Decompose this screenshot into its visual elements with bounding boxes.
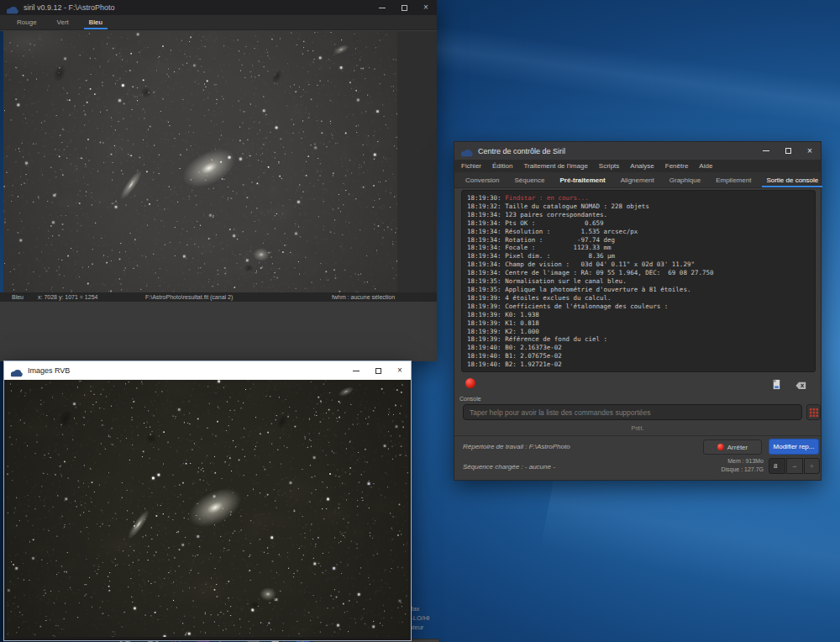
tab-graphique[interactable]: Graphique (662, 172, 708, 187)
console-line: 18:19:40: B1: 2.07675e-02 (467, 352, 810, 360)
control-center-window: Centre de contrôle de Siril × FichierÉdi… (454, 141, 822, 481)
stop-button[interactable]: Arrêter (703, 439, 762, 455)
console-line: 18:19:39: K2: 1.000 (467, 328, 810, 336)
divider (454, 435, 821, 436)
maximize-button[interactable] (367, 361, 389, 380)
working-dir-label: Répertoire de travail : F:\AstroPhoto (463, 443, 570, 450)
control-tabs: ConversionSéquencePré-traitementAligneme… (454, 172, 821, 188)
window-title: Centre de contrôle de Siril (478, 147, 565, 155)
ready-status: Prêt. (454, 425, 821, 431)
tab-conversion[interactable]: Conversion (458, 172, 507, 187)
tab-sequence[interactable]: Séquence (507, 172, 552, 187)
image-statusbar: Bleu x: 7028 y: 1071 = 1254 F:\AstroPhot… (0, 292, 437, 302)
menu-fenetre[interactable]: Fenêtre (665, 162, 689, 170)
console-log[interactable]: 18:19:30: Findstar : en cours...18:19:32… (461, 190, 816, 372)
siril-logo-icon (10, 366, 23, 376)
sequence-loaded-label: Séquence chargée : - aucune - (463, 463, 555, 471)
console-line: 18:19:34: Champ de vision : 03d 04' 0.11… (467, 260, 810, 269)
rgb-window-titlebar[interactable]: Images RVB × (4, 361, 411, 380)
status-cursor-info: x: 7028 y: 1071 = 1254 (38, 294, 97, 300)
console-line: 18:19:34: Rotation : -97.74 deg (467, 236, 810, 245)
menu-edition[interactable]: Édition (492, 162, 512, 170)
minimize-button[interactable] (755, 142, 777, 160)
siril-logo-icon (6, 3, 18, 13)
console-line: 18:19:30: Findstar : en cours... (467, 194, 810, 203)
siril-main-titlebar[interactable]: siril v0.9.12 - F:\AstroPhoto × (0, 0, 437, 15)
close-button[interactable]: × (389, 361, 411, 380)
rgb-image-window: Images RVB × (3, 360, 412, 641)
export-log-icon[interactable] (771, 378, 782, 389)
minimize-button[interactable] (371, 0, 393, 15)
threads-value[interactable]: 8 (769, 458, 785, 474)
canvas-left-edge (0, 31, 3, 292)
image-view-area (0, 31, 437, 292)
console-line: 18:19:34: Pixel dim. : 8.36 µm (467, 252, 810, 260)
window-title: siril v0.9.12 - F:\AstroPhoto (24, 3, 115, 12)
menu-aide[interactable]: Aide (699, 162, 712, 170)
image-tabs: RougeVertBleu (0, 15, 437, 30)
grayscale-image-canvas[interactable] (3, 31, 397, 292)
clear-console-icon[interactable] (795, 378, 806, 389)
maximize-button[interactable] (393, 0, 415, 15)
console-line: 18:19:35: Applique la photométrie d'ouve… (467, 286, 810, 294)
window-title: Images RVB (28, 366, 70, 375)
control-center-titlebar[interactable]: Centre de contrôle de Siril × (454, 142, 821, 160)
disk-info: Disque : 127.7G (656, 466, 764, 474)
maximize-button[interactable] (777, 142, 799, 160)
menu-scripts[interactable]: Scripts (599, 162, 619, 170)
command-input[interactable] (463, 404, 802, 420)
console-label: Console (459, 396, 481, 402)
siril-main-window: siril v0.9.12 - F:\AstroPhoto × RougeVer… (0, 0, 437, 361)
console-line: 18:19:34: Pts OK : 0.659 (467, 219, 810, 228)
console-line: 18:19:32: Taille du catalogue NOMAD : 22… (467, 203, 810, 211)
console-line: 18:19:34: Résolution : 1.535 arcsec/px (467, 228, 810, 236)
stop-icon (717, 444, 724, 450)
console-line: 18:19:34: Focale : 1123.33 mm (467, 244, 810, 252)
command-list-button[interactable] (806, 404, 821, 420)
menu-analyse[interactable]: Analyse (630, 162, 654, 170)
memory-info: Mem : 913Mo (656, 457, 764, 466)
console-line: 18:19:34: Centre de l'image : RA: 09 55 … (467, 269, 810, 277)
siril-logo-icon (460, 146, 473, 156)
status-fwhm-info: fwhm : aucune sélection (332, 294, 395, 300)
threads-increment-button[interactable]: + (804, 458, 820, 474)
console-line: 18:19:39: Référence de fond du ciel : (467, 335, 810, 344)
tab-pretraitement[interactable]: Pré-traitement (553, 172, 613, 187)
console-line: 18:19:40: B2: 1.92721e-02 (467, 360, 810, 369)
modify-button-label: Modifier rep... (774, 443, 815, 450)
threads-decrement-button[interactable]: − (786, 458, 803, 474)
console-line: 18:19:34: 123 paires correspondantes. (467, 211, 810, 219)
tab-alignement[interactable]: Alignement (613, 172, 662, 187)
console-line: 18:19:35: Normalisation sur le canal ble… (467, 277, 810, 286)
menu-fichier[interactable]: Fichier (461, 162, 481, 170)
tab-vert[interactable]: Vert (47, 15, 79, 29)
minimize-button[interactable] (345, 361, 367, 380)
stop-button-label: Arrêter (727, 444, 748, 451)
status-file-info: F:\AstroPhoto\resultat.fit (canal 2) (145, 294, 233, 300)
rgb-image-canvas[interactable] (7, 380, 408, 637)
console-line: 18:19:39: Coefficients de l'étalonnage d… (467, 303, 810, 311)
status-channel: Bleu (12, 294, 24, 300)
tab-sortie-de-console[interactable]: Sortie de console (759, 172, 826, 187)
desktop: siril v0.9.12 - F:\AstroPhoto × RougeVer… (0, 0, 840, 642)
resources-info: Mem : 913Mo Disque : 127.7G (656, 457, 764, 474)
close-button[interactable]: × (415, 0, 437, 15)
console-line: 18:19:39: 4 étoiles exclues du calcul. (467, 294, 810, 303)
tab-empilement[interactable]: Empilement (708, 172, 759, 187)
console-line: 18:19:40: B0: 2.16373e-02 (467, 344, 810, 352)
levels-panel: tronquer 65535 ✓ 0 Min/MaxMIPS-LO/HIUtil… (0, 302, 437, 361)
console-line: 18:19:39: K1: 0.818 (467, 319, 810, 328)
close-button[interactable]: × (799, 142, 821, 160)
modify-working-dir-button[interactable]: Modifier rep... (769, 439, 819, 455)
tab-bleu[interactable]: Bleu (79, 15, 113, 29)
status-led-icon (465, 378, 475, 388)
console-line: 18:19:39: K0: 1.938 (467, 311, 810, 319)
menu-traitement-de-limage[interactable]: Traitement de l'image (523, 162, 587, 170)
tab-rouge[interactable]: Rouge (7, 15, 47, 29)
menubar: FichierÉditionTraitement de l'imageScrip… (454, 160, 821, 172)
